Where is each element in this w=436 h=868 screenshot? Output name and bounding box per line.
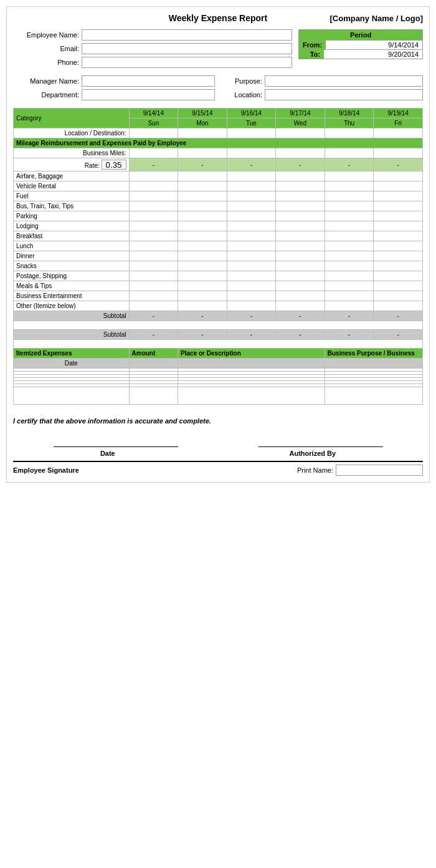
rate-dash-3: - [276,158,325,171]
print-name-input[interactable] [336,465,423,476]
table-row: Vehicle Rental [14,181,423,191]
loc-cell-0[interactable] [129,128,178,138]
table-row: Lunch [14,241,423,251]
cat-meals: Meals & Tips [14,281,130,291]
date-sig-label: Date [100,450,115,457]
date-5: 9/19/14 [374,109,423,118]
from-value: 9/14/2014 [326,41,422,49]
itemized-row [14,387,423,405]
department-input[interactable] [82,89,215,100]
table-row: Bus, Train, Taxi, Tips [14,201,423,211]
purpose-col-header: Business Purpose / Business [325,349,422,359]
cat-breakfast: Breakfast [14,231,130,241]
loc-cell-5[interactable] [374,128,423,138]
sub1-0: - [129,311,178,321]
miles-3[interactable] [276,148,325,158]
loc-cell-3[interactable] [276,128,325,138]
day-0: Sun [129,118,178,128]
rate-dash-4: - [325,158,374,171]
employee-name-label: Employee Name: [13,31,82,39]
amount-col-header: Amount [129,349,178,359]
cat-lunch: Lunch [14,241,130,251]
subtotal-label-2: Subtotal [14,330,130,340]
authorized-sig-line [258,435,383,447]
date-0: 9/14/14 [129,109,178,118]
miles-0[interactable] [129,148,178,158]
email-label: Email: [13,45,82,52]
subtotal-row-2: Subtotal - - - - - - [14,330,423,340]
company-name: [Company Name / Logo] [311,14,423,23]
miles-1[interactable] [178,148,227,158]
purpose-label: Purpose: [221,77,265,85]
table-row: Airfare, Baggage [14,171,423,181]
location-label: Location: [221,91,265,99]
sub1-3: - [276,311,325,321]
airfare-0[interactable] [129,171,178,181]
day-5: Fri [374,118,423,128]
sub1-2: - [227,311,276,321]
from-label: From: [299,41,326,49]
rate-dash-1: - [178,158,227,171]
print-name-label: Print Name: [297,466,333,474]
table-row: Breakfast [14,231,423,241]
cat-entertainment: Business Entertainment [14,291,130,301]
cat-snacks: Snacks [14,261,130,271]
phone-input[interactable] [82,57,292,68]
sub2-4: - [325,330,374,340]
to-value: 9/20/2014 [324,50,422,59]
category-header: Category [14,109,130,128]
cat-lodging: Lodging [14,221,130,231]
cat-airfare: Airfare, Baggage [14,171,130,181]
date-3: 9/17/14 [276,109,325,118]
place-col-header: Place or Description [178,349,325,359]
signature-section: Date Authorized By Employee Signature Pr… [13,435,423,476]
period-box: Period From: 9/14/2014 To: 9/20/2014 [298,29,423,59]
manager-input[interactable] [82,75,215,87]
itemized-date-header: Date [14,359,423,369]
table-row: Parking [14,211,423,221]
table-row: Meals & Tips [14,281,423,291]
miles-4[interactable] [325,148,374,158]
department-label: Department: [13,91,82,99]
cat-postage: Postage, Shipping [14,271,130,281]
phone-label: Phone: [13,59,82,66]
table-row: Lodging [14,221,423,231]
rate-dash-2: - [227,158,276,171]
day-1: Mon [178,118,227,128]
loc-cell-4[interactable] [325,128,374,138]
miles-5[interactable] [374,148,423,158]
location-destination-label: Location / Destination: [14,128,130,138]
authorized-sig-label: Authorized By [290,450,336,457]
page-title: Weekly Expense Report [125,13,311,23]
purpose-input[interactable] [265,75,423,87]
sub2-0: - [129,330,178,340]
cat-vehicle: Vehicle Rental [14,181,130,191]
loc-cell-2[interactable] [227,128,276,138]
email-input[interactable] [82,43,292,54]
rate-dash-0: - [129,158,178,171]
location-input[interactable] [265,89,423,100]
table-row: Snacks [14,261,423,271]
table-row: Business Entertainment [14,291,423,301]
sub2-2: - [227,330,276,340]
miles-2[interactable] [227,148,276,158]
to-label: To: [299,50,324,59]
date-4: 9/18/14 [325,109,374,118]
cat-parking: Parking [14,211,130,221]
manager-label: Manager Name: [13,77,82,85]
rate-input[interactable] [102,160,126,170]
loc-cell-1[interactable] [178,128,227,138]
cat-dinner: Dinner [14,251,130,261]
subtotal-row-1: Subtotal - - - - - - [14,311,423,321]
day-4: Thu [325,118,374,128]
expense-table: Category 9/14/14 9/15/14 9/16/14 9/17/14… [13,108,423,405]
table-row: Fuel [14,191,423,201]
date-sig-line [54,435,178,447]
itemized-header-row: Itemized Expenses Amount Place or Descri… [14,349,423,359]
employee-name-input[interactable] [82,29,292,41]
table-row: Postage, Shipping [14,271,423,281]
cat-bus: Bus, Train, Taxi, Tips [14,201,130,211]
rate-dash-5: - [374,158,423,171]
employee-sig-label: Employee Signature [13,466,79,474]
rate-label: Rate: [14,158,130,171]
